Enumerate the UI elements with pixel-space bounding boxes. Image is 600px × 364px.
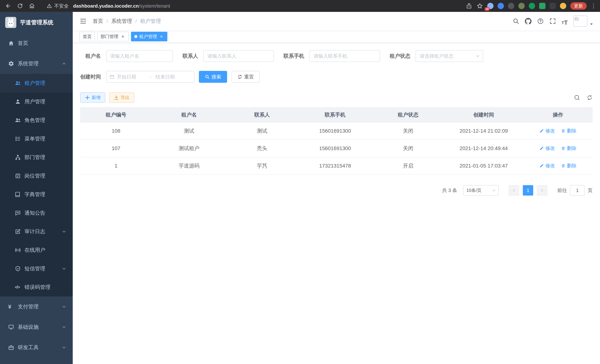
sidebar-item-pay[interactable]: ¥ 支付管理 (0, 297, 73, 317)
cell-status: 关闭 (372, 140, 444, 157)
chevron-down-icon (476, 54, 480, 58)
edit-link[interactable]: 修改 (540, 145, 555, 152)
add-button-label: 新增 (92, 95, 101, 101)
date-range-picker[interactable]: - (106, 71, 194, 83)
browser-reload-button[interactable] (16, 1, 25, 10)
app-logo[interactable]: 芋道管理系统 (0, 12, 73, 33)
extension-icon-6[interactable] (539, 3, 545, 9)
sidebar-item-role[interactable]: 角色管理 (0, 111, 73, 130)
sidebar-item-dept[interactable]: 部门管理 (0, 148, 73, 167)
chevron-right-icon (540, 188, 544, 192)
browser-actions: 10 更新 ⋮ (466, 2, 596, 10)
header-search-button[interactable] (513, 16, 519, 27)
sidebar-collapse-button[interactable] (79, 18, 87, 25)
github-button[interactable] (525, 16, 532, 27)
extension-icon-4[interactable] (518, 3, 525, 9)
page-size-select[interactable]: 10条/页 (463, 185, 499, 196)
tags-view: 首页 部门管理 × 租户管理 × (73, 30, 600, 43)
sidebar-item-audit[interactable]: 审计日志 (0, 222, 73, 241)
chevron-down-icon (62, 305, 66, 309)
main-area: 首页 / 系统管理 / 租户管理 TT (73, 12, 600, 364)
add-button[interactable]: 新增 (80, 92, 105, 103)
code-icon: </> (15, 284, 21, 290)
sidebar-item-system[interactable]: 系统管理 (0, 53, 73, 74)
cell-tenant-id: 1 (80, 157, 152, 175)
share-button[interactable] (466, 3, 472, 9)
reset-button[interactable]: 重置 (232, 71, 260, 83)
delete-link[interactable]: 删除 (561, 145, 577, 152)
sidebar-item-label: 短信管理 (25, 265, 45, 272)
sidebar-item-post[interactable]: 岗位管理 (0, 167, 73, 185)
sidebar-item-notice[interactable]: 通知公告 (0, 204, 73, 222)
sidebar-item-tools[interactable]: 研发工具 (0, 337, 73, 358)
browser-update-button[interactable]: 更新 (570, 2, 587, 10)
prev-page-button[interactable] (509, 185, 519, 196)
refresh-table-button[interactable] (587, 95, 593, 101)
next-page-button[interactable] (537, 185, 547, 196)
page-number-1[interactable]: 1 (523, 185, 533, 196)
sidebar-item-home[interactable]: 首页 (0, 33, 73, 53)
delete-link[interactable]: 删除 (561, 128, 577, 134)
filter-row-1: 租户名 联系人 联系手机 租户状态 请选择租户状态 (80, 50, 593, 62)
toggle-search-button[interactable] (574, 95, 580, 101)
date-end-input[interactable] (155, 74, 185, 80)
close-icon[interactable]: × (159, 34, 164, 39)
security-chip[interactable]: 不安全 (47, 3, 69, 9)
chevron-left-icon (512, 188, 516, 192)
navbar-actions: TT (513, 16, 593, 27)
avatar (573, 16, 587, 27)
phone-input[interactable] (309, 50, 380, 62)
tenant-status-select[interactable]: 请选择租户状态 (416, 50, 483, 62)
chevron-down-icon (62, 345, 66, 350)
edit-link[interactable]: 修改 (540, 128, 555, 134)
extension-icon-3[interactable] (508, 3, 514, 9)
extension-icon-5[interactable] (529, 3, 535, 9)
user-avatar-menu[interactable] (573, 16, 593, 27)
date-start-input[interactable] (116, 74, 147, 80)
export-button[interactable]: 导出 (109, 92, 134, 103)
tenant-name-input[interactable] (106, 50, 173, 62)
goto-page-input[interactable] (570, 185, 585, 196)
font-size-button[interactable]: TT (562, 16, 568, 27)
sidebar-item-user[interactable]: 用户管理 (0, 92, 73, 111)
search-button[interactable]: 搜索 (199, 71, 227, 83)
chevron-down-icon (62, 267, 66, 271)
browser-back-button[interactable] (4, 1, 13, 10)
docs-help-button[interactable] (537, 16, 544, 27)
extension-icon-1[interactable]: 10 (487, 3, 494, 9)
close-icon[interactable]: × (120, 34, 125, 39)
cell-contact: 测试 (226, 122, 298, 140)
sidebar-item-label: 角色管理 (25, 117, 45, 124)
address-bar[interactable]: dashboard.yudao.iocoder.cn/system/tenant (73, 3, 461, 9)
delete-link[interactable]: 删除 (561, 162, 577, 169)
sidebar-item-sms[interactable]: 短信管理 (0, 259, 73, 278)
sidebar-item-menu[interactable]: 菜单管理 (0, 130, 73, 148)
browser-home-button[interactable] (28, 1, 36, 10)
extension-icon-8[interactable] (560, 3, 566, 9)
tag-label: 首页 (83, 34, 92, 39)
sidebar-item-online[interactable]: 在线用户 (0, 241, 73, 259)
edit-link[interactable]: 修改 (540, 162, 555, 169)
trash-icon (561, 163, 565, 168)
sidebar-item-infra[interactable]: 基础设施 (0, 317, 73, 337)
browser-menu-icon[interactable]: ⋮ (591, 3, 596, 9)
sidebar-item-label: 支付管理 (18, 303, 38, 310)
tag-tenant[interactable]: 租户管理 × (131, 32, 167, 41)
sidebar-item-tenant[interactable]: 租户管理 (0, 74, 73, 92)
breadcrumb-home[interactable]: 首页 (93, 18, 103, 25)
fullscreen-button[interactable] (549, 16, 556, 27)
font-size-icon: T (564, 20, 568, 25)
bookmark-button[interactable] (477, 3, 483, 9)
search-button-label: 搜索 (212, 74, 221, 80)
cell-created: 2021-12-14 21:02:09 (444, 122, 523, 140)
tag-dept[interactable]: 部门管理 × (97, 32, 129, 41)
breadcrumb-system[interactable]: 系统管理 (111, 18, 132, 25)
contact-input[interactable] (203, 50, 274, 62)
sidebar-item-dict[interactable]: 字典管理 (0, 185, 73, 204)
tag-home[interactable]: 首页 (79, 32, 95, 41)
extension-icon-2[interactable] (497, 3, 504, 9)
sidebar-item-errcode[interactable]: </> 错误码管理 (0, 278, 73, 297)
cell-contact: 芋艿 (226, 157, 298, 175)
extension-icon-7[interactable] (550, 3, 556, 9)
create-time-label: 创建时间 (80, 73, 101, 80)
